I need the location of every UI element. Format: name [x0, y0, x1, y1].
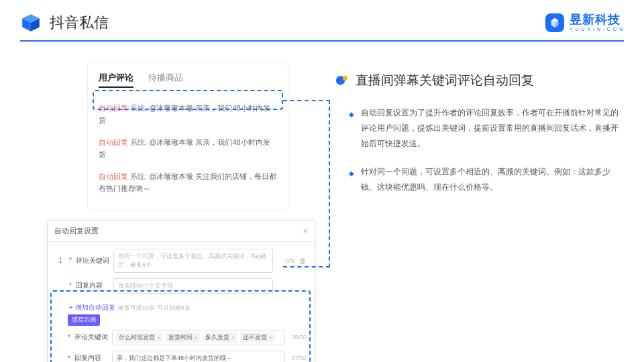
example-content: 亲，我们这边都是下单48小时内发货的哦～	[112, 351, 285, 362]
example-keyword-chips[interactable]: 什么时候发货× 发货时间× 多久发货× 还不发货×	[112, 330, 285, 345]
comment-row-1: 自动回复 系统: @冰墩墩本墩 亲亲，我们48小时内发货	[99, 97, 277, 131]
add-auto-reply-link[interactable]: + 增加自动回复	[69, 304, 115, 311]
header: 抖音私信 昱新科技 Y U U X I N . C O M	[0, 0, 644, 40]
chip: 多久发货×	[203, 333, 237, 343]
keyword-count: 0/5	[277, 257, 294, 264]
cube-icon	[20, 12, 42, 34]
system-label: 系统:	[130, 104, 147, 112]
svg-point-7	[343, 76, 347, 80]
row-number: 1	[56, 257, 65, 264]
required-dot: *	[69, 257, 72, 264]
delete-icon[interactable]: 🗑	[299, 257, 307, 265]
comment-row-3: 自动回复 系统: @冰墩墩本墩 关注我们的店铺，每日都有热门推荐哟～	[99, 166, 277, 200]
brand-logo-icon	[545, 13, 564, 32]
add-hint: 最多可建10条 可以创建9条	[118, 304, 191, 311]
bubble-icon	[335, 74, 349, 87]
bullet-2: ◆ 针对同一个问题，可设置多个相近的、高频的关键词。例如：这款多少钱、这块能优惠…	[335, 164, 624, 195]
keyword-input[interactable]: 对同一个问题，可设置多个相近、高频的关键词，Tag确定，最多5个	[113, 249, 273, 273]
comment-row-2: 自动回复 系统: @冰墩墩本墩 亲亲，我们48小时内发货	[99, 131, 277, 166]
brand-sub: Y U U X I N . C O M	[570, 27, 624, 32]
chip: 发货时间×	[166, 333, 201, 343]
bullet-1: ◆ 自动回复设置为了提升作者的评论回复效率，作者可在开播前针对常见的评论用户问题…	[335, 105, 624, 151]
comment-panel: 用户评论 待播商品 自动回复 系统: @冰墩墩本墩 亲亲，我们48小时内发货 自…	[87, 62, 288, 210]
example-badge: 填写示例	[68, 314, 100, 326]
section-title: 直播间弹幕关键词评论自动回复	[356, 72, 534, 89]
chip-count: 20/50	[289, 334, 307, 341]
diamond-icon: ◆	[349, 108, 354, 151]
tab-user-comments[interactable]: 用户评论	[99, 72, 133, 88]
close-icon[interactable]: ×	[303, 226, 308, 236]
content-label: 回复内容	[76, 281, 109, 290]
keyword-label: 评论关键词	[76, 256, 109, 265]
tab-pending-products[interactable]: 待播商品	[148, 72, 183, 88]
brand-name: 昱新科技	[570, 13, 624, 27]
auto-reply-settings-panel: 自动回复设置 × 1 * 评论关键词 对同一个问题，可设置多个相近、高频的关键词…	[47, 220, 315, 362]
content-input[interactable]: 每条限50个中文字符	[113, 278, 273, 294]
chip: 什么时候发货×	[116, 333, 163, 343]
brand: 昱新科技 Y U U X I N . C O M	[545, 13, 624, 32]
page-title: 抖音私信	[50, 13, 109, 33]
chip: 还不发货×	[240, 333, 275, 343]
auto-reply-tag: 自动回复	[99, 104, 128, 112]
diamond-icon: ◆	[349, 167, 354, 195]
example-content-count: 37/50	[289, 355, 307, 361]
settings-title: 自动回复设置	[54, 226, 99, 236]
